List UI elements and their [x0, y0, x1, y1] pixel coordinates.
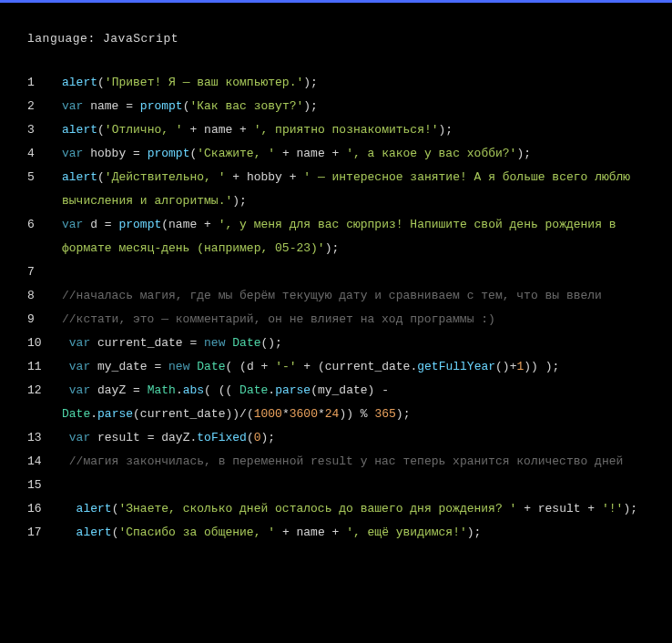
code-content: alert('Спасибо за общение, ' + name + ',…	[62, 521, 645, 545]
token-method: toFixed	[197, 431, 247, 444]
token-str: ', а какое у вас хобби?'	[346, 147, 516, 160]
code-content: var current_date = new Date();	[62, 332, 645, 355]
code-content: alert('Отлично, ' + name + ', приятно по…	[62, 118, 645, 142]
token-var	[62, 360, 69, 373]
code-container: language: JavaScript 1alert('Привет! Я —…	[0, 3, 672, 563]
line-number: 10	[27, 332, 62, 355]
code-content: alert('Действительно, ' + hobby + ' — ин…	[62, 166, 645, 213]
token-kw: var	[69, 360, 90, 373]
code-line: 14 //магия закончилась, в переменной res…	[27, 450, 645, 474]
token-punct: (	[311, 383, 318, 397]
line-number: 6	[27, 213, 62, 237]
token-var: name	[290, 526, 332, 539]
code-content: var d = prompt(name + ', у меня для вас …	[62, 213, 645, 260]
code-line: 4var hobby = prompt('Скажите, ' + name +…	[27, 142, 645, 166]
token-method: parse	[275, 383, 311, 397]
token-punct: (	[97, 170, 105, 184]
line-number: 8	[27, 284, 62, 308]
token-punct: );	[396, 407, 411, 421]
token-var	[339, 147, 346, 160]
token-op: +	[204, 218, 211, 231]
token-var: d	[83, 218, 104, 231]
line-number: 5	[27, 166, 62, 189]
token-punct: )	[368, 383, 382, 397]
token-var: d	[247, 360, 261, 373]
token-var: name	[197, 123, 239, 137]
line-number: 9	[27, 308, 62, 332]
token-kw: var	[69, 431, 90, 444]
token-punct: );	[325, 241, 340, 255]
token-op: %	[361, 407, 368, 421]
token-punct: );	[232, 194, 247, 208]
token-var: result	[531, 502, 587, 515]
code-line: 17 alert('Спасибо за общение, ' + name +…	[27, 521, 645, 545]
token-op: +	[239, 123, 247, 137]
token-op: +	[303, 360, 311, 373]
token-fn: alert	[62, 123, 97, 137]
token-var	[339, 526, 346, 539]
token-op: +	[524, 502, 531, 515]
token-str: 'Знаете, сколько дней осталось до вашего…	[118, 502, 516, 515]
token-var: hobby	[239, 170, 290, 184]
token-punct: ()	[495, 360, 510, 373]
token-punct: )) );	[524, 360, 559, 373]
token-var: current_date	[325, 360, 411, 373]
token-num: 1000	[254, 407, 282, 421]
token-var	[62, 526, 76, 539]
token-num: 365	[374, 407, 395, 421]
token-var	[62, 431, 69, 444]
line-number: 1	[27, 71, 62, 95]
code-content	[62, 260, 645, 284]
code-block: 1alert('Привет! Я — ваш компьютер.');2va…	[27, 71, 645, 545]
token-str: '!'	[602, 502, 623, 515]
line-number: 16	[27, 497, 62, 521]
token-var	[311, 360, 318, 373]
code-line: 7	[27, 260, 645, 284]
token-fn: alert	[62, 170, 97, 184]
token-op: +	[282, 147, 290, 160]
code-line: 16 alert('Знаете, сколько дней осталось …	[27, 497, 645, 521]
token-op: +	[282, 526, 290, 539]
token-var	[389, 383, 396, 397]
token-var	[140, 383, 148, 397]
line-number: 4	[27, 142, 62, 166]
token-type: Date	[197, 360, 225, 373]
token-punct: );	[516, 147, 531, 160]
token-var: name	[168, 218, 204, 231]
token-str: ', приятно познакомиться!'	[254, 123, 439, 137]
token-var	[161, 360, 168, 373]
token-num: 24	[325, 407, 340, 421]
token-punct: (	[247, 407, 254, 421]
code-content: var result = dayZ.toFixed(0);	[62, 426, 645, 450]
code-line: 1alert('Привет! Я — ваш компьютер.');	[27, 71, 645, 95]
token-punct: (	[247, 431, 254, 444]
token-str: 'Как вас зовут?'	[189, 99, 303, 113]
token-type: Math	[148, 383, 176, 397]
token-var: dayZ	[154, 431, 189, 444]
token-var	[275, 147, 282, 160]
token-kw: var	[69, 383, 90, 397]
token-var: dayZ	[90, 383, 133, 397]
token-var	[62, 454, 69, 468]
token-op: +	[232, 170, 239, 184]
token-var: my_date	[318, 383, 368, 397]
token-method: getFullYear	[417, 360, 495, 373]
token-op: =	[133, 383, 140, 397]
token-op: +	[587, 502, 595, 515]
token-num: 3600	[290, 407, 318, 421]
token-var: my_date	[90, 360, 154, 373]
token-str: 'Привет! Я — ваш компьютер.'	[105, 76, 303, 89]
line-number: 7	[27, 260, 62, 284]
line-number: 15	[27, 474, 62, 497]
code-content: var hobby = prompt('Скажите, ' + name + …	[62, 142, 645, 166]
token-num: 0	[254, 431, 261, 444]
token-punct: (	[161, 218, 168, 231]
token-op: =	[105, 218, 112, 231]
code-line: 13 var result = dayZ.toFixed(0);	[27, 426, 645, 450]
token-punct: );	[439, 123, 453, 137]
token-punct: .	[90, 407, 97, 421]
token-op: *	[318, 407, 325, 421]
line-number: 13	[27, 426, 62, 450]
token-var	[133, 99, 140, 113]
token-var	[62, 383, 69, 397]
